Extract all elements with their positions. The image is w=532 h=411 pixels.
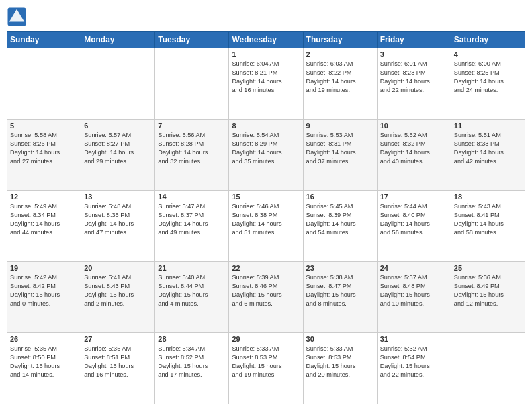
day-info: Sunrise: 5:45 AMSunset: 8:39 PMDaylight:… <box>306 202 374 237</box>
day-number: 6 <box>84 122 152 130</box>
calendar-cell: 9Sunrise: 5:53 AMSunset: 8:31 PMDaylight… <box>303 120 377 191</box>
calendar-cell <box>155 48 229 120</box>
day-info: Sunrise: 5:33 AMSunset: 8:53 PMDaylight:… <box>306 345 374 379</box>
calendar-cell: 5Sunrise: 5:58 AMSunset: 8:26 PMDaylight… <box>7 120 81 191</box>
day-info: Sunrise: 5:32 AMSunset: 8:54 PMDaylight:… <box>380 345 448 379</box>
day-number: 28 <box>158 335 226 343</box>
day-number: 2 <box>306 50 374 58</box>
calendar-cell: 2Sunrise: 6:03 AMSunset: 8:22 PMDaylight… <box>303 48 377 120</box>
calendar-cell: 26Sunrise: 5:35 AMSunset: 8:50 PMDayligh… <box>7 333 81 404</box>
weekday-header-saturday: Saturday <box>451 32 525 48</box>
day-info: Sunrise: 5:44 AMSunset: 8:40 PMDaylight:… <box>380 202 448 237</box>
calendar-cell: 19Sunrise: 5:42 AMSunset: 8:42 PMDayligh… <box>7 262 81 333</box>
logo <box>7 7 30 27</box>
day-info: Sunrise: 5:41 AMSunset: 8:43 PMDaylight:… <box>84 273 152 308</box>
day-number: 22 <box>232 264 300 272</box>
day-number: 31 <box>380 335 448 343</box>
calendar-week-2: 5Sunrise: 5:58 AMSunset: 8:26 PMDaylight… <box>7 120 525 191</box>
calendar-week-5: 26Sunrise: 5:35 AMSunset: 8:50 PMDayligh… <box>7 333 525 404</box>
day-info: Sunrise: 5:58 AMSunset: 8:26 PMDaylight:… <box>10 131 78 166</box>
day-number: 7 <box>158 122 226 130</box>
calendar-week-1: 1Sunrise: 6:04 AMSunset: 8:21 PMDaylight… <box>7 48 525 120</box>
header <box>7 7 525 27</box>
calendar-cell: 13Sunrise: 5:48 AMSunset: 8:35 PMDayligh… <box>81 191 155 262</box>
calendar-cell: 3Sunrise: 6:01 AMSunset: 8:23 PMDaylight… <box>377 48 451 120</box>
calendar-table: SundayMondayTuesdayWednesdayThursdayFrid… <box>7 31 525 404</box>
calendar-cell: 16Sunrise: 5:45 AMSunset: 8:39 PMDayligh… <box>303 191 377 262</box>
calendar-cell <box>7 48 81 120</box>
calendar-week-4: 19Sunrise: 5:42 AMSunset: 8:42 PMDayligh… <box>7 262 525 333</box>
weekday-header-wednesday: Wednesday <box>229 32 303 48</box>
day-number: 27 <box>84 335 152 343</box>
weekday-header-sunday: Sunday <box>7 32 81 48</box>
calendar-cell: 24Sunrise: 5:37 AMSunset: 8:48 PMDayligh… <box>377 262 451 333</box>
day-info: Sunrise: 5:37 AMSunset: 8:48 PMDaylight:… <box>380 273 448 308</box>
calendar-cell: 8Sunrise: 5:54 AMSunset: 8:29 PMDaylight… <box>229 120 303 191</box>
day-number: 10 <box>380 122 448 130</box>
day-number: 18 <box>454 193 522 201</box>
day-info: Sunrise: 5:53 AMSunset: 8:31 PMDaylight:… <box>306 131 374 166</box>
day-number: 5 <box>10 122 78 130</box>
calendar-header-row: SundayMondayTuesdayWednesdayThursdayFrid… <box>7 32 525 48</box>
day-info: Sunrise: 5:56 AMSunset: 8:28 PMDaylight:… <box>158 131 226 166</box>
calendar-cell: 12Sunrise: 5:49 AMSunset: 8:34 PMDayligh… <box>7 191 81 262</box>
day-info: Sunrise: 5:48 AMSunset: 8:35 PMDaylight:… <box>84 202 152 237</box>
calendar-cell: 20Sunrise: 5:41 AMSunset: 8:43 PMDayligh… <box>81 262 155 333</box>
day-info: Sunrise: 5:46 AMSunset: 8:38 PMDaylight:… <box>232 202 300 237</box>
calendar-cell: 28Sunrise: 5:34 AMSunset: 8:52 PMDayligh… <box>155 333 229 404</box>
calendar-cell: 21Sunrise: 5:40 AMSunset: 8:44 PMDayligh… <box>155 262 229 333</box>
calendar-cell: 7Sunrise: 5:56 AMSunset: 8:28 PMDaylight… <box>155 120 229 191</box>
calendar-cell: 23Sunrise: 5:38 AMSunset: 8:47 PMDayligh… <box>303 262 377 333</box>
day-info: Sunrise: 6:04 AMSunset: 8:21 PMDaylight:… <box>232 60 300 95</box>
day-number: 4 <box>454 50 522 58</box>
day-number: 11 <box>454 122 522 130</box>
logo-icon <box>7 7 27 27</box>
calendar-cell: 31Sunrise: 5:32 AMSunset: 8:54 PMDayligh… <box>377 333 451 404</box>
day-info: Sunrise: 6:03 AMSunset: 8:22 PMDaylight:… <box>306 60 374 95</box>
weekday-header-friday: Friday <box>377 32 451 48</box>
calendar-cell: 6Sunrise: 5:57 AMSunset: 8:27 PMDaylight… <box>81 120 155 191</box>
day-number: 20 <box>84 264 152 272</box>
day-info: Sunrise: 5:43 AMSunset: 8:41 PMDaylight:… <box>454 202 522 237</box>
day-number: 30 <box>306 335 374 343</box>
day-number: 14 <box>158 193 226 201</box>
day-number: 25 <box>454 264 522 272</box>
day-number: 19 <box>10 264 78 272</box>
day-number: 17 <box>380 193 448 201</box>
weekday-header-tuesday: Tuesday <box>155 32 229 48</box>
day-info: Sunrise: 5:51 AMSunset: 8:33 PMDaylight:… <box>454 131 522 166</box>
weekday-header-monday: Monday <box>81 32 155 48</box>
day-info: Sunrise: 5:35 AMSunset: 8:51 PMDaylight:… <box>84 345 152 379</box>
day-info: Sunrise: 5:38 AMSunset: 8:47 PMDaylight:… <box>306 273 374 308</box>
calendar-cell: 25Sunrise: 5:36 AMSunset: 8:49 PMDayligh… <box>451 262 525 333</box>
day-number: 3 <box>380 50 448 58</box>
day-info: Sunrise: 5:39 AMSunset: 8:46 PMDaylight:… <box>232 273 300 308</box>
day-number: 13 <box>84 193 152 201</box>
page: SundayMondayTuesdayWednesdayThursdayFrid… <box>0 0 532 411</box>
weekday-header-thursday: Thursday <box>303 32 377 48</box>
calendar-cell: 27Sunrise: 5:35 AMSunset: 8:51 PMDayligh… <box>81 333 155 404</box>
calendar-cell: 11Sunrise: 5:51 AMSunset: 8:33 PMDayligh… <box>451 120 525 191</box>
day-info: Sunrise: 5:54 AMSunset: 8:29 PMDaylight:… <box>232 131 300 166</box>
day-number: 12 <box>10 193 78 201</box>
day-info: Sunrise: 5:47 AMSunset: 8:37 PMDaylight:… <box>158 202 226 237</box>
day-number: 29 <box>232 335 300 343</box>
day-info: Sunrise: 6:00 AMSunset: 8:25 PMDaylight:… <box>454 60 522 95</box>
day-info: Sunrise: 5:57 AMSunset: 8:27 PMDaylight:… <box>84 131 152 166</box>
day-number: 24 <box>380 264 448 272</box>
calendar-cell: 15Sunrise: 5:46 AMSunset: 8:38 PMDayligh… <box>229 191 303 262</box>
day-number: 26 <box>10 335 78 343</box>
day-number: 23 <box>306 264 374 272</box>
calendar-cell <box>451 333 525 404</box>
day-info: Sunrise: 5:36 AMSunset: 8:49 PMDaylight:… <box>454 273 522 308</box>
day-info: Sunrise: 5:33 AMSunset: 8:53 PMDaylight:… <box>232 345 300 379</box>
day-number: 15 <box>232 193 300 201</box>
calendar-cell: 1Sunrise: 6:04 AMSunset: 8:21 PMDaylight… <box>229 48 303 120</box>
day-info: Sunrise: 5:40 AMSunset: 8:44 PMDaylight:… <box>158 273 226 308</box>
day-info: Sunrise: 5:49 AMSunset: 8:34 PMDaylight:… <box>10 202 78 237</box>
day-info: Sunrise: 6:01 AMSunset: 8:23 PMDaylight:… <box>380 60 448 95</box>
day-info: Sunrise: 5:35 AMSunset: 8:50 PMDaylight:… <box>10 345 78 379</box>
calendar-cell: 22Sunrise: 5:39 AMSunset: 8:46 PMDayligh… <box>229 262 303 333</box>
day-info: Sunrise: 5:42 AMSunset: 8:42 PMDaylight:… <box>10 273 78 308</box>
day-info: Sunrise: 5:34 AMSunset: 8:52 PMDaylight:… <box>158 345 226 379</box>
